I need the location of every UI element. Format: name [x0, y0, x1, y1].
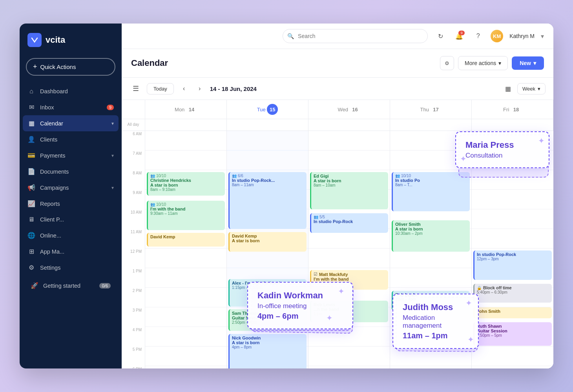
event-time: 9:30am – 11am: [150, 211, 223, 216]
event-tue-davidkemp[interactable]: David Kemp A star is born: [228, 232, 307, 252]
day-headers: Mon 14 Tue 15 Wed 16 Thu 17 Fri 18: [122, 100, 553, 119]
search-input[interactable]: [283, 29, 428, 43]
day-number-thu: 17: [431, 104, 442, 115]
event-title: In studio Pop-Rock: [314, 219, 386, 224]
event-fri-ruthshawn[interactable]: Ruth Shawn Guitar Session 3:50pm – 5pm: [473, 322, 552, 346]
getting-started-badge: 0/6: [99, 283, 111, 289]
sidebar-item-inbox[interactable]: ✉ Inbox 9: [23, 99, 119, 115]
event-title: Oliver Smith: [395, 222, 467, 227]
all-day-row: All day: [122, 119, 553, 131]
week-view-selector[interactable]: Week ▾: [517, 83, 546, 94]
online-icon: 🌐: [27, 232, 35, 239]
event-thu-poprock[interactable]: 👥 10/10 In studio Po 8am – T...: [392, 172, 470, 211]
sidebar-item-dashboard[interactable]: ⌂ Dashboard: [23, 83, 119, 99]
event-time: 2:50pm – 4pm: [232, 320, 304, 325]
event-title: I'm with the band: [150, 207, 223, 211]
time-label-5pm: 5 PM: [122, 347, 145, 366]
event-tue-nickgoodwin[interactable]: Nick Goodwin A star is born 4pm – 8pm: [228, 334, 307, 368]
event-tue-alex[interactable]: Alex - I'm with the band 1:15pm – 2:50pm: [228, 279, 307, 307]
sidebar-item-label: Getting started: [43, 283, 80, 289]
grid-view-button[interactable]: ▦: [502, 82, 514, 95]
event-fri-johnsmith[interactable]: John Smith: [473, 307, 552, 318]
calendar-icon: ▦: [27, 120, 35, 127]
user-avatar: KM: [491, 30, 503, 42]
event-title: Ruth Shawn: [477, 324, 549, 328]
event-title: Alex - I'm with the band: [232, 281, 304, 285]
sidebar-item-getting-started[interactable]: 🚀 Getting started 0/6: [26, 279, 115, 292]
sidebar-item-documents[interactable]: 📄 Documents: [23, 163, 119, 180]
day-number-wed: 16: [350, 104, 361, 115]
sidebar-item-calendar[interactable]: ▦ Calendar ▾: [23, 115, 119, 131]
calendar-view: ☰ Today ‹ › 14 - 18 Jun, 2024 ▦ Week ▾: [122, 78, 553, 368]
sidebar-item-settings[interactable]: ⚙ Settings: [23, 260, 119, 276]
prev-week-button[interactable]: ‹: [179, 83, 190, 94]
refresh-button[interactable]: ↻: [434, 30, 447, 42]
user-name: Kathryn M: [509, 33, 535, 39]
user-menu-chevron-icon[interactable]: ▾: [541, 33, 544, 40]
sidebar-item-campaigns[interactable]: 📢 Campaigns ▾: [23, 180, 119, 196]
notifications-button[interactable]: 🔔 9: [453, 30, 465, 42]
event-mon-band[interactable]: 👥 10/10 I'm with the band 9:30am – 11am: [147, 201, 225, 230]
sidebar-item-clients[interactable]: 👤 Clients: [23, 131, 119, 147]
calendar-grid: Mon 14 Tue 15 Wed 16 Thu 17 Fri 18: [122, 100, 553, 368]
calendar-settings-button[interactable]: ⚙: [440, 56, 454, 70]
event-subtitle: A star is born: [395, 227, 467, 231]
event-subtitle: ...h the band: [314, 307, 386, 312]
new-button[interactable]: New ▾: [512, 56, 544, 70]
event-fri-blockoff[interactable]: 🔒 Block off time 5:40pm – 6:30pm: [473, 284, 552, 303]
event-mon-davidkemp[interactable]: David Kemp: [147, 233, 225, 247]
inbox-badge: 9: [107, 105, 114, 110]
sidebar-item-reports[interactable]: 📈 Reports: [23, 196, 119, 212]
sidebar-item-app-marketplace[interactable]: ⊞ App Ma...: [23, 243, 119, 260]
getting-started-icon: 🚀: [31, 282, 38, 289]
event-time: 1:pm – 4pm: [395, 297, 467, 301]
next-week-button[interactable]: ›: [194, 83, 205, 94]
day-header-mon: Mon 14: [145, 100, 227, 119]
time-label-12pm: 12 PM: [122, 249, 145, 268]
event-tue-samthomas[interactable]: Sam Thomas Guitar Session 2:50pm – 4pm: [228, 309, 307, 331]
time-label-8am: 8 AM: [122, 170, 145, 190]
calendar-header: Calendar ⚙ More actions ▾ New ▾: [122, 49, 553, 78]
sidebar-item-client-portal[interactable]: 🖥 Client P...: [23, 212, 119, 227]
time-label-1pm: 1 PM: [122, 268, 145, 288]
time-grid: 6 AM 7 AM 8 AM 9 AM 10 AM 11 AM 12 PM 1 …: [122, 131, 553, 368]
search-icon: 🔍: [287, 33, 294, 39]
event-subtitle: Guitar Session: [232, 316, 304, 320]
more-actions-button[interactable]: More actions ▾: [458, 56, 508, 70]
event-fri-poprock[interactable]: In studio Pop-Rock 12pm – 3pm: [473, 250, 552, 280]
more-actions-label: More actions: [465, 60, 496, 66]
calendar-nav-bar: ☰ Today ‹ › 14 - 18 Jun, 2024 ▦ Week ▾: [122, 78, 553, 100]
gear-icon: ⚙: [445, 60, 449, 66]
event-wed-matt[interactable]: ☑ Matt Mackfuty I'm with the band: [310, 270, 388, 290]
day-header-wed: Wed 16: [308, 100, 390, 119]
event-tue-poprock[interactable]: 👥 6/6 In studio Pop-Rock... 8am – 11am: [228, 172, 307, 229]
day-number-tue: 15: [267, 104, 278, 115]
event-thu-oliver[interactable]: Oliver Smith A star is born 10:30am – 2p…: [392, 220, 470, 252]
event-wed-poprock[interactable]: 👥 5/5 In studio Pop-Rock: [310, 213, 388, 233]
day-column-tue: 👥 6/6 In studio Pop-Rock... 8am – 11am D…: [227, 131, 308, 368]
event-subtitle: Guitar Session: [477, 328, 549, 333]
sidebar-nav: ⌂ Dashboard ✉ Inbox 9 ▦ Calendar ▾ 👤 Cli…: [20, 83, 122, 368]
event-mon-christine[interactable]: 👥 10/10 Christine Hendricks A star is bo…: [147, 172, 225, 196]
hamburger-menu-button[interactable]: ☰: [130, 82, 142, 95]
event-wed-edgigi[interactable]: Ed Gigi A star is born 8am – 10am: [310, 172, 388, 209]
event-wed-rob[interactable]: Rob Lewis ...h the band 1:pm: [310, 301, 388, 322]
quick-actions-button[interactable]: + Quick Actions: [26, 58, 115, 76]
reports-icon: 📈: [27, 200, 35, 207]
new-button-chevron-icon: ▾: [533, 60, 536, 66]
sidebar-item-label: Settings: [40, 265, 60, 271]
dashboard-icon: ⌂: [27, 88, 35, 95]
sidebar-item-online[interactable]: 🌐 Online...: [23, 227, 119, 243]
help-button[interactable]: ?: [472, 30, 484, 42]
event-thu-rob[interactable]: Rob Lewis 1:pm – 4pm: [392, 291, 470, 310]
event-title: Block off time: [483, 285, 512, 290]
calendar-actions: ⚙ More actions ▾ New ▾: [440, 56, 544, 70]
event-title: Matt Mackfuty: [319, 272, 348, 277]
sidebar-item-label: Inbox: [40, 104, 54, 111]
sidebar-item-label: Documents: [40, 169, 69, 175]
event-title: John Smith: [477, 309, 549, 314]
sidebar-item-payments[interactable]: 💳 Payments ▾: [23, 147, 119, 163]
sidebar-item-label: Clients: [40, 136, 57, 143]
today-button[interactable]: Today: [147, 83, 174, 94]
campaigns-icon: 📢: [27, 184, 35, 191]
